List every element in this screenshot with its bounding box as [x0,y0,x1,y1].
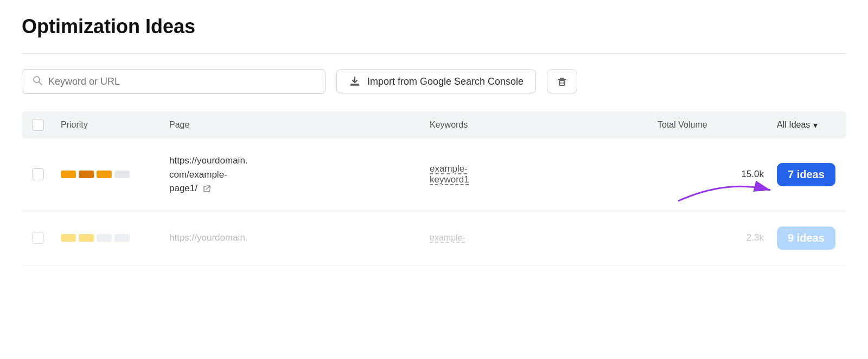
row1-ideas-badge[interactable]: 7 ideas [777,163,835,186]
svg-rect-3 [559,80,565,85]
page-container: Optimization Ideas Import from Google Se… [0,0,868,359]
delete-button[interactable] [547,70,577,93]
row2-checkbox-cell [22,232,54,244]
row2-priority [54,234,163,242]
chevron-down-icon: ▾ [813,120,818,130]
row1-checkbox[interactable] [32,168,44,180]
row1-keywords[interactable]: example-keyword1 [423,163,651,185]
page-header: Page [163,120,423,130]
select-all-checkbox[interactable] [32,119,44,131]
row2-checkbox[interactable] [32,232,44,244]
header-divider [22,53,846,54]
table-row: https://yourdomain.com/example-page1/ ex… [22,138,846,211]
row2-page-url[interactable]: https://yourdomain. [163,231,423,245]
priority-bar-4 [114,171,130,178]
table-header: Priority Page Keywords Total Volume All … [22,111,846,138]
page-title: Optimization Ideas [22,15,846,38]
priority-bar-2 [79,234,94,242]
row2-ideas-badge[interactable]: 9 ideas [777,226,835,250]
priority-bar-1 [61,171,76,178]
import-button[interactable]: Import from Google Search Console [336,70,536,93]
search-input[interactable] [48,76,315,87]
row1-page-url[interactable]: https://yourdomain.com/example-page1/ [163,154,423,196]
priority-bar-4 [114,234,130,242]
all-ideas-header[interactable]: All Ideas ▾ [770,120,857,130]
row2-keyword-link[interactable]: example- [430,233,465,242]
priority-bar-3 [97,234,112,242]
priority-bar-2 [79,171,94,178]
search-icon [32,75,43,88]
toolbar: Import from Google Search Console [22,69,846,94]
priority-bar-3 [97,171,112,178]
svg-line-6 [206,186,209,190]
row1-volume: 15.0k [651,169,770,180]
row1-ideas-cell: 7 ideas [770,163,857,186]
external-link-icon [202,184,211,193]
row2-volume: 2.3k [651,232,770,243]
priority-bar-1 [61,234,76,242]
priority-header: Priority [54,120,163,130]
row2-ideas-cell: 9 ideas [770,226,857,250]
row2-keywords[interactable]: example- [423,233,651,243]
keywords-header: Keywords [423,120,651,130]
row1-keyword-link[interactable]: example-keyword1 [430,163,469,185]
total-volume-header: Total Volume [651,120,770,130]
delete-icon [556,75,568,87]
search-wrapper[interactable] [22,69,326,94]
svg-line-1 [39,82,42,85]
row1-checkbox-cell [22,168,54,180]
table-row: https://yourdomain. example- 2.3k 9 idea… [22,211,846,266]
row1-priority [54,171,163,178]
import-button-label: Import from Google Search Console [367,76,524,87]
import-icon [349,75,361,87]
checkbox-header [22,119,54,131]
